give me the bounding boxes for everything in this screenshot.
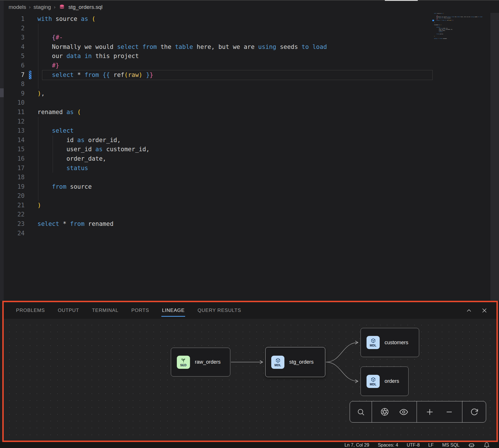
line-number: 3 [11,33,25,42]
code-line: order_date, [37,154,327,164]
cube-icon [371,338,376,343]
panel-maximize-button[interactable] [465,306,473,314]
line-number-gutter: 123456789101112131415161718192021222324 [11,14,25,238]
status-cursor-position[interactable]: Ln 7, Col 29 [344,443,369,448]
model-badge: MDL [367,375,380,388]
line-number: 1 [11,14,25,24]
cube-icon [275,358,281,363]
tab-problems[interactable]: PROBLEMS [16,302,45,319]
status-indentation[interactable]: Spaces: 4 [378,443,398,448]
breadcrumb-filename[interactable]: stg_orders.sql [68,4,102,10]
line-number: 19 [11,182,25,192]
code-line [37,210,327,219]
badge-label: MDL [274,363,281,367]
chevron-up-icon [466,307,472,314]
line-number: 4 [11,42,25,52]
line-number: 24 [11,229,25,238]
tab-label: PROBLEMS [16,308,45,313]
notifications-button[interactable] [484,442,490,448]
code-line: select [37,126,327,136]
status-eol[interactable]: LF [428,443,434,448]
tab-terminal[interactable]: TERMINAL [92,302,118,319]
line-number: 20 [11,191,25,201]
badge-label: SED [180,363,187,367]
window-top-border [0,0,499,1]
badge-label: MDL [370,383,377,386]
code-line: from source [37,182,327,192]
line-number: 7 [11,70,25,80]
code-line [37,79,327,89]
lineage-node-stg_orders[interactable]: MDLstg_orders [265,347,325,377]
status-language-mode[interactable]: MS SQL [442,443,460,448]
aperture-icon [381,408,389,416]
lineage-node-customers[interactable]: MDLcustomers [361,328,419,357]
robot-icon [468,442,475,448]
code-line: select * from renamed [37,219,327,229]
line-number: 21 [11,201,25,210]
code-editor[interactable]: with source as ( {#- Normally we would s… [37,14,327,238]
snapshot-button[interactable] [379,406,391,418]
lineage-node-orders[interactable]: MDLorders [361,367,409,396]
code-line [37,98,327,107]
seedling-icon [181,358,186,363]
code-line: status [37,164,327,173]
minus-icon [445,408,453,416]
panel-tabs: PROBLEMSOUTPUTTERMINALPORTSLINEAGEQUERY … [16,302,241,319]
code-line [37,191,327,201]
zoom-in-button[interactable] [423,406,436,418]
lineage-toolbar [350,401,486,423]
line-number: 12 [11,117,25,126]
breadcrumb-separator: › [54,4,56,10]
breadcrumb-item-models[interactable]: models [9,4,26,10]
breadcrumb: models › staging › stg_orders.sql [9,3,102,12]
code-line: with source as ( [37,14,327,24]
minimap-modified-marker [432,20,434,21]
zoom-out-button[interactable] [443,406,456,418]
tab-lineage[interactable]: LINEAGE [162,302,185,319]
line-number: 6 [11,61,25,70]
search-button[interactable] [355,406,367,418]
panel-tab-bar: PROBLEMSOUTPUTTERMINALPORTSLINEAGEQUERY … [4,302,496,319]
status-encoding[interactable]: UTF-8 [407,443,420,448]
node-label: raw_orders [195,359,221,365]
visibility-button[interactable] [397,406,410,418]
sidebar-edge [0,1,4,301]
badge-label: MDL [370,344,377,347]
line-number: 15 [11,145,25,154]
tab-label: QUERY RESULTS [197,308,241,313]
status-bar: Ln 7, Col 29 Spaces: 4 UTF-8 LF MS SQL [0,442,499,448]
line-number: 10 [11,98,25,107]
tab-label: PORTS [131,308,149,313]
minimap[interactable]: with source as ( {#- Normally we would s… [434,13,488,41]
modified-line-gutter-indicator [29,71,31,79]
tab-label: OUTPUT [58,308,79,313]
node-label: orders [385,378,399,384]
tab-query-results[interactable]: QUERY RESULTS [197,302,241,319]
refresh-button[interactable] [468,406,480,418]
code-line: user_id as customer_id, [37,145,327,154]
model-badge: MDL [271,356,284,369]
extension-robot-button[interactable] [468,442,475,448]
breadcrumb-item-staging[interactable]: staging [33,4,51,10]
code-line: ) [37,201,327,210]
minimap-slider[interactable] [490,13,499,301]
line-number: 8 [11,79,25,89]
code-line: #} [37,61,327,70]
line-number: 14 [11,136,25,145]
code-line: our data in this project [37,51,327,61]
code-line [37,173,327,182]
code-line: ), [37,89,327,98]
eye-icon [399,408,408,416]
panel-close-button[interactable] [480,306,488,314]
line-number: 5 [11,51,25,61]
line-number: 17 [11,164,25,173]
database-icon [59,4,65,10]
panel-actions [465,302,488,319]
search-icon [357,408,365,416]
lineage-node-raw_orders[interactable]: SEDraw_orders [171,348,230,377]
code-line: select * from {{ ref(raw) }} [37,70,327,80]
tab-output[interactable]: OUTPUT [58,302,79,319]
bell-icon [484,442,490,448]
code-line: {#- [37,33,327,42]
tab-ports[interactable]: PORTS [131,302,149,319]
